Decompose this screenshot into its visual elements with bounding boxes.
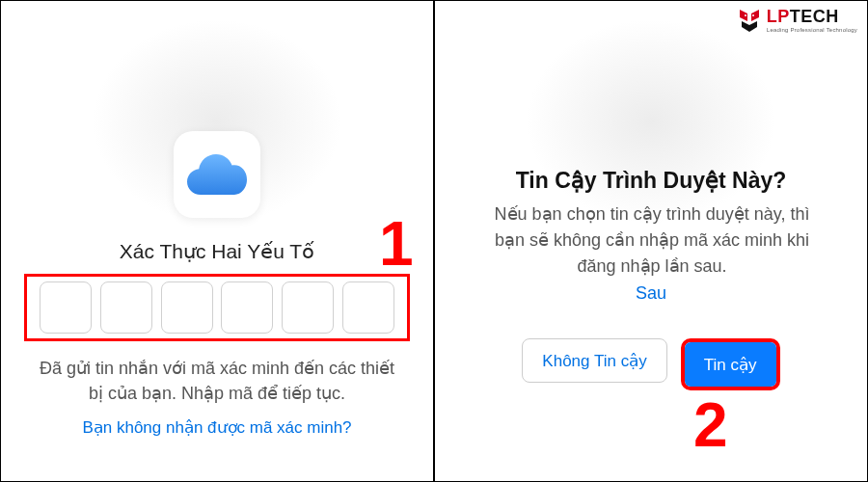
brand-name-accent: LP [767,7,790,26]
annotation-number-1: 1 [379,208,414,280]
brand-name-rest: TECH [790,7,839,26]
code-digit-2[interactable] [100,281,152,334]
didnt-get-code-link[interactable]: Bạn không nhận được mã xác minh? [1,417,433,438]
trust-button-row: Không Tin cậy Tin cậy [435,338,867,390]
code-digit-3[interactable] [161,281,213,334]
verification-code-inputs [24,274,410,341]
dont-trust-button[interactable]: Không Tin cậy [522,338,666,383]
annotation-number-2: 2 [693,389,728,461]
panel-trust-browser: LPTECH Leading Professional Technology T… [435,1,867,481]
panel-two-factor: Xác Thực Hai Yếu Tố Đã gửi tin nhắn với … [1,1,433,481]
code-digit-5[interactable] [282,281,334,334]
code-digit-6[interactable] [342,281,394,334]
code-digit-4[interactable] [221,281,273,334]
brand-name: LPTECH [767,8,857,25]
trust-button[interactable]: Tin cậy [685,342,776,387]
trust-browser-title: Tin Cậy Trình Duyệt Này? [435,168,867,194]
brand-mark-icon [738,8,761,33]
two-factor-title: Xác Thực Hai Yếu Tố [1,240,433,263]
later-link[interactable]: Sau [435,283,867,304]
trust-browser-description: Nếu bạn chọn tin cậy trình duyệt này, th… [483,201,821,280]
tutorial-container: Xác Thực Hai Yếu Tố Đã gửi tin nhắn với … [0,0,868,482]
code-digit-1[interactable] [40,281,92,334]
icloud-app-icon [174,131,260,218]
cloud-icon [187,154,247,195]
brand-logo: LPTECH Leading Professional Technology [738,8,857,33]
trust-button-highlight: Tin cậy [681,338,780,390]
background-glow [516,11,786,232]
svg-point-1 [752,14,754,16]
brand-text: LPTECH Leading Professional Technology [767,8,857,33]
two-factor-description: Đã gửi tin nhắn với mã xác minh đến các … [30,356,404,406]
svg-point-0 [745,14,746,16]
brand-tagline: Leading Professional Technology [767,27,857,33]
